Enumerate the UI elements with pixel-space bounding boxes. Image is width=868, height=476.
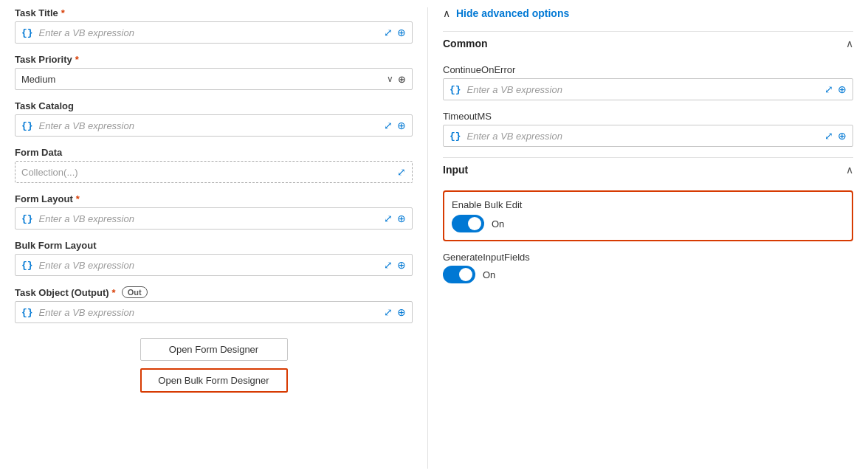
generate-input-fields-toggle[interactable] — [443, 266, 475, 283]
input-section-header: Input ∧ — [443, 157, 853, 182]
curly-brace-icon: {} — [21, 120, 33, 131]
enable-bulk-edit-toggle-row: On — [452, 215, 844, 232]
continue-on-error-input[interactable]: {} Enter a VB expression ⤢ ⊕ — [443, 78, 853, 100]
left-panel: Task Title * {} Enter a VB expression ⤢ … — [0, 7, 428, 469]
form-layout-label: Form Layout * — [15, 193, 413, 204]
toggle-on-label: On — [492, 218, 504, 230]
continue-on-error-label: ContinueOnError — [443, 64, 853, 75]
plus-icon[interactable]: ⊕ — [397, 306, 406, 318]
task-title-input[interactable]: {} Enter a VB expression ⤢ ⊕ — [15, 21, 413, 44]
chevron-up-icon[interactable]: ∧ — [846, 38, 853, 49]
chevron-up-icon: ∧ — [443, 7, 450, 19]
common-section: Common ∧ ContinueOnError {} Enter a VB e… — [443, 31, 853, 147]
task-catalog-label: Task Catalog — [15, 100, 413, 111]
form-layout-input[interactable]: {} Enter a VB expression ⤢ ⊕ — [15, 207, 413, 230]
timeout-ms-input[interactable]: {} Enter a VB expression ⤢ ⊕ — [443, 125, 853, 147]
expand-icon[interactable]: ⤢ — [824, 83, 833, 95]
expand-icon[interactable]: ⤢ — [384, 306, 393, 318]
input-section: Input ∧ Enable Bulk Edit On GenerateInpu… — [443, 157, 853, 283]
task-title-group: Task Title * {} Enter a VB expression ⤢ … — [15, 7, 413, 44]
bulk-form-layout-input[interactable]: {} Enter a VB expression ⤢ ⊕ — [15, 254, 413, 276]
chevron-down-icon: ∨ — [387, 74, 393, 84]
generate-input-fields-label: GenerateInputFields — [443, 252, 853, 263]
task-priority-label: Task Priority * — [15, 54, 413, 65]
toggle-thumb — [459, 268, 472, 281]
form-data-input[interactable]: Collection(...) ⤢ — [15, 161, 413, 183]
timeout-ms-label: TimeoutMS — [443, 111, 853, 122]
common-section-header: Common ∧ — [443, 31, 853, 55]
curly-brace-icon: {} — [450, 84, 461, 95]
curly-brace-icon: {} — [21, 260, 33, 271]
curly-brace-icon: {} — [21, 213, 33, 224]
task-catalog-group: Task Catalog {} Enter a VB expression ⤢ … — [15, 100, 413, 137]
plus-icon[interactable]: ⊕ — [397, 27, 406, 38]
expand-icon[interactable]: ⤢ — [384, 27, 393, 38]
plus-icon[interactable]: ⊕ — [838, 83, 847, 95]
plus-icon[interactable]: ⊕ — [838, 130, 847, 142]
toggle-thumb — [468, 217, 481, 230]
task-priority-group: Task Priority * Medium ∨ ⊕ — [15, 54, 413, 90]
form-layout-group: Form Layout * {} Enter a VB expression ⤢… — [15, 193, 413, 230]
expand-icon[interactable]: ⤢ — [384, 120, 393, 131]
generate-input-fields-group: GenerateInputFields On — [443, 252, 853, 283]
task-catalog-input[interactable]: {} Enter a VB expression ⤢ ⊕ — [15, 114, 413, 137]
task-priority-select[interactable]: Medium ∨ ⊕ — [15, 68, 413, 90]
open-bulk-form-designer-button[interactable]: Open Bulk Form Designer — [140, 368, 288, 393]
open-form-designer-button[interactable]: Open Form Designer — [140, 338, 288, 361]
form-data-group: Form Data Collection(...) ⤢ — [15, 147, 413, 183]
task-object-label: Task Object (Output) * Out — [15, 286, 413, 298]
plus-icon[interactable]: ⊕ — [397, 120, 406, 131]
curly-brace-icon: {} — [21, 27, 33, 38]
plus-icon[interactable]: ⊕ — [397, 213, 406, 224]
toggle-on-label: On — [483, 269, 495, 280]
task-object-input[interactable]: {} Enter a VB expression ⤢ ⊕ — [15, 301, 413, 323]
continue-on-error-group: ContinueOnError {} Enter a VB expression… — [443, 64, 853, 100]
form-data-label: Form Data — [15, 147, 413, 158]
enable-bulk-edit-toggle[interactable] — [452, 215, 484, 232]
expand-icon[interactable]: ⤢ — [397, 166, 406, 178]
expand-icon[interactable]: ⤢ — [384, 213, 393, 224]
expand-icon[interactable]: ⤢ — [384, 259, 393, 271]
task-object-group: Task Object (Output) * Out {} Enter a VB… — [15, 286, 413, 323]
chevron-up-icon[interactable]: ∧ — [846, 164, 853, 176]
plus-icon[interactable]: ⊕ — [397, 259, 406, 271]
generate-input-fields-toggle-row: On — [443, 266, 853, 283]
bulk-form-layout-group: Bulk Form Layout {} Enter a VB expressio… — [15, 240, 413, 276]
button-row: Open Form Designer Open Bulk Form Design… — [15, 338, 413, 393]
timeout-ms-group: TimeoutMS {} Enter a VB expression ⤢ ⊕ — [443, 111, 853, 147]
expand-icon[interactable]: ⤢ — [824, 130, 833, 142]
enable-bulk-edit-highlighted-group: Enable Bulk Edit On — [443, 190, 853, 241]
plus-icon[interactable]: ⊕ — [398, 74, 406, 85]
curly-brace-icon: {} — [21, 307, 33, 318]
task-title-label: Task Title * — [15, 7, 413, 18]
hide-advanced-options-toggle[interactable]: ∧ Hide advanced options — [443, 7, 853, 19]
curly-brace-icon: {} — [450, 131, 461, 142]
enable-bulk-edit-label: Enable Bulk Edit — [452, 199, 844, 210]
right-panel: ∧ Hide advanced options Common ∧ Continu… — [428, 7, 868, 469]
bulk-form-layout-label: Bulk Form Layout — [15, 240, 413, 251]
